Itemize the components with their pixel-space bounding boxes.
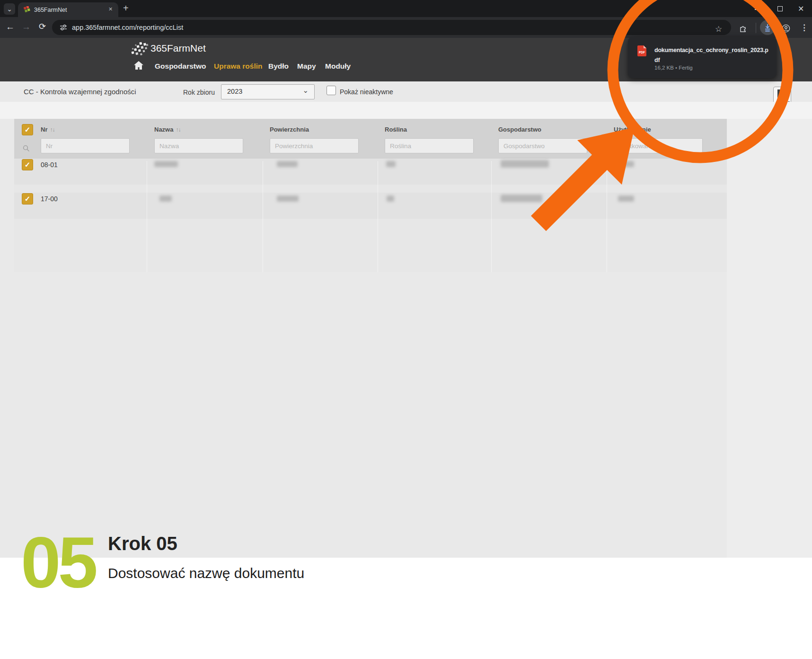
check-icon: ✓ (25, 160, 31, 169)
filter-input-roslina[interactable] (385, 138, 474, 153)
column-header-uzytkowanie[interactable]: Użytkowanie (614, 126, 651, 133)
forward-icon[interactable]: → (22, 22, 31, 32)
column-header-nazwa[interactable]: Nazwa↑↓ (154, 126, 180, 133)
harvest-year-label: Rok zbioru (183, 89, 215, 96)
browser-window: ⌄ 365FarmNet ✕ + ✕ ← → ⟳ app.365farmnet.… (0, 0, 812, 659)
blurred-cell (159, 196, 172, 202)
filter-input-uzytkowanie[interactable] (614, 138, 703, 153)
url-text[interactable]: app.365farmnet.com/reporting/ccList (72, 24, 183, 31)
blurred-cell (277, 161, 298, 167)
browser-tab[interactable] (18, 2, 118, 17)
column-divider (607, 161, 607, 272)
tab-search-button[interactable]: ⌄ (4, 3, 15, 15)
downloads-button[interactable] (760, 20, 775, 35)
filter-input-powierzchnia[interactable] (270, 138, 359, 153)
chevron-down-icon: ⌄ (7, 5, 12, 13)
blurred-cell (501, 195, 542, 202)
step-heading: Krok 05 (108, 533, 177, 554)
svg-text:PDF: PDF (639, 51, 645, 54)
blurred-cell (277, 196, 299, 202)
column-header-nr[interactable]: Nr↑↓ (41, 126, 54, 133)
row-checkbox[interactable]: ✓ (22, 193, 33, 205)
column-header-gospodarstwo[interactable]: Gospodarstwo (498, 126, 541, 133)
column-divider (147, 161, 147, 272)
column-divider (491, 161, 492, 272)
search-icon (23, 145, 30, 152)
blurred-cell (501, 160, 549, 168)
farmnet-logo-icon (130, 40, 150, 56)
new-tab-button[interactable]: + (123, 3, 129, 14)
blurred-cell (387, 196, 394, 202)
content-right-margin (727, 119, 812, 558)
window-minimize-button[interactable] (755, 9, 761, 10)
window-close-button[interactable]: ✕ (798, 4, 804, 13)
filter-input-gospodarstwo[interactable] (498, 138, 587, 153)
home-icon[interactable] (134, 61, 143, 70)
sort-icon[interactable]: ↑↓ (50, 126, 54, 133)
show-inactive-label[interactable]: Pokaż nieaktywne (340, 88, 393, 96)
step-subtitle: Dostosować nazwę dokumentu (108, 565, 304, 581)
farmnet-logo-text[interactable]: 365FarmNet (150, 43, 206, 54)
site-privacy-icon[interactable] (60, 24, 67, 31)
show-inactive-checkbox[interactable] (327, 86, 336, 95)
extensions-icon[interactable] (739, 24, 748, 33)
download-filename: dokumentacja_cc_ochrony_roslin_2023.p df (654, 45, 771, 65)
blurred-cell (618, 196, 634, 202)
chevron-down-icon: ⌄ (302, 86, 309, 95)
harvest-year-value: 2023 (227, 88, 242, 95)
download-status: 16,2 KB • Fertig (654, 65, 693, 71)
tab-strip (0, 0, 812, 17)
tab-title: 365FarmNet (34, 7, 67, 13)
blurred-cell (386, 161, 396, 167)
filter-input-nr[interactable] (41, 138, 130, 153)
row-nr-cell: 17-00 (41, 195, 58, 203)
select-all-checkbox[interactable]: ✓ (22, 124, 33, 135)
profile-icon[interactable] (782, 24, 790, 33)
filter-input-nazwa[interactable] (154, 138, 243, 153)
check-icon: ✓ (25, 195, 31, 203)
toolbar-separator (756, 23, 756, 33)
row-checkbox[interactable]: ✓ (22, 159, 33, 170)
column-header-powierzchnia[interactable]: Powierzchnia (270, 126, 309, 133)
bookmark-star-icon[interactable]: ☆ (715, 24, 722, 34)
sidebar-item-uprawa-roslin[interactable]: Uprawa roślin (214, 62, 263, 71)
back-icon[interactable]: ← (6, 22, 15, 32)
step-number: 05 (21, 526, 95, 598)
column-divider (263, 161, 263, 272)
sidebar-item-bydlo[interactable]: Bydło (268, 62, 289, 71)
download-icon (764, 24, 771, 32)
sidebar-item-moduly[interactable]: Moduły (325, 62, 351, 71)
sort-icon[interactable]: ↑↓ (176, 126, 180, 133)
pdf-file-icon: PDF (637, 45, 646, 56)
tab-close-icon[interactable]: ✕ (108, 6, 113, 12)
row-nr-cell: 08-01 (41, 161, 58, 169)
sidebar-item-gospodarstwo[interactable]: Gospodarstwo (155, 62, 206, 71)
tab-favicon (24, 6, 30, 13)
sidebar-item-mapy[interactable]: Mapy (297, 62, 316, 71)
column-header-roslina[interactable]: Roślina (385, 126, 407, 133)
content-card-top (0, 102, 812, 119)
browser-menu-kebab-icon[interactable]: ⋮ (800, 23, 808, 33)
reload-icon[interactable]: ⟳ (39, 21, 46, 32)
blurred-cell (618, 161, 634, 167)
download-bubble[interactable]: PDF dokumentacja_cc_ochrony_roslin_2023.… (628, 37, 777, 78)
column-divider (378, 161, 378, 272)
blurred-cell (154, 161, 178, 167)
harvest-year-select[interactable]: 2023 ⌄ (221, 84, 315, 99)
page-title: CC - Kontrola wzajemnej zgodności (24, 88, 136, 96)
check-icon: ✓ (25, 125, 31, 134)
window-maximize-button[interactable] (777, 6, 783, 11)
